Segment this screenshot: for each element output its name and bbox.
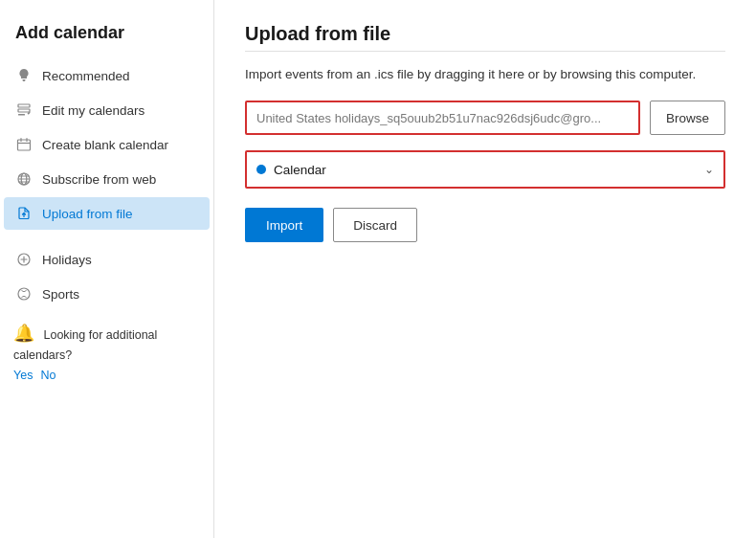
holidays-icon [15, 251, 33, 268]
sidebar: Add calendar Recommended Edit my calenda… [0, 0, 214, 538]
action-buttons-row: Import Discard [245, 208, 725, 242]
sidebar-item-create-blank[interactable]: Create blank calendar [4, 128, 210, 161]
calendar-select-row[interactable]: Calendar ⌄ [245, 150, 725, 189]
file-upload-icon [15, 205, 33, 222]
sidebar-item-edit-calendars[interactable]: Edit my calendars [4, 94, 210, 126]
calendar-blank-icon [15, 136, 33, 153]
page-title: Upload from file [245, 23, 725, 45]
bulb-icon [15, 67, 33, 84]
yes-link[interactable]: Yes [13, 367, 33, 385]
edit-icon [15, 101, 33, 119]
sidebar-item-upload-file[interactable]: Upload from file [4, 197, 210, 230]
svg-rect-1 [18, 104, 30, 107]
looking-icon: 🔔 [13, 324, 34, 343]
sidebar-item-label-subscribe: Subscribe from web [42, 172, 156, 187]
sidebar-item-label-sports: Sports [42, 287, 79, 302]
import-button[interactable]: Import [245, 208, 323, 242]
sidebar-item-label-create: Create blank calendar [42, 138, 168, 152]
description-text: Import events from an .ics file by dragg… [245, 67, 725, 81]
browse-button[interactable]: Browse [650, 101, 725, 135]
discard-button[interactable]: Discard [333, 208, 417, 242]
svg-rect-4 [18, 140, 31, 150]
calendar-select-label: Calendar [274, 163, 697, 177]
svg-point-8 [18, 288, 30, 300]
sidebar-title: Add calendar [0, 15, 213, 58]
svg-rect-3 [18, 114, 25, 116]
sidebar-item-label-holidays: Holidays [42, 253, 92, 267]
sports-icon [15, 285, 33, 303]
sidebar-item-label-edit: Edit my calendars [42, 103, 145, 118]
globe-icon [15, 170, 33, 188]
title-divider [245, 51, 725, 52]
calendar-color-dot [256, 165, 266, 174]
no-link[interactable]: No [40, 367, 56, 385]
chevron-down-icon: ⌄ [704, 163, 714, 176]
sidebar-item-sports[interactable]: Sports [4, 278, 210, 310]
file-input-row: Browse [245, 101, 725, 135]
svg-rect-2 [18, 109, 30, 112]
looking-text: Looking for additional calendars? [13, 328, 157, 362]
sidebar-item-recommended[interactable]: Recommended [4, 59, 210, 92]
sidebar-item-holidays[interactable]: Holidays [4, 243, 210, 276]
looking-section: 🔔 Looking for additional calendars? Yes … [0, 311, 213, 394]
main-content: Upload from file Import events from an .… [214, 0, 756, 538]
sidebar-item-label-upload: Upload from file [42, 207, 133, 221]
sidebar-item-subscribe-web[interactable]: Subscribe from web [4, 163, 210, 195]
sidebar-item-label-recommended: Recommended [42, 69, 130, 83]
file-path-input[interactable] [245, 101, 640, 135]
